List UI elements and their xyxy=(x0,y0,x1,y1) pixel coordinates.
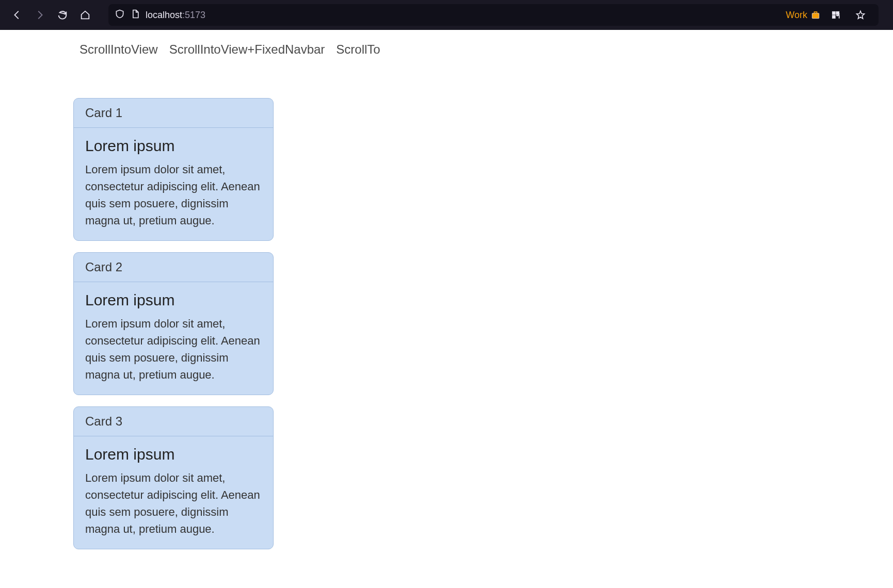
url-port: :5173 xyxy=(182,10,205,20)
arrow-left-icon xyxy=(11,9,23,21)
page-nav: ScrollIntoView ScrollIntoView+FixedNavba… xyxy=(0,30,893,61)
nav-link-scrollintoview[interactable]: ScrollIntoView xyxy=(79,42,158,57)
card-header: Card 1 xyxy=(74,99,273,128)
page-icon xyxy=(130,9,140,21)
page-viewport[interactable]: ScrollIntoView ScrollIntoView+FixedNavba… xyxy=(0,30,893,588)
svg-rect-3 xyxy=(832,15,835,19)
card-title: Lorem ipsum xyxy=(85,291,262,309)
address-bar[interactable]: localhost:5173 Work xyxy=(108,4,879,26)
bookmark-button[interactable] xyxy=(851,5,870,25)
container-work-badge[interactable]: Work xyxy=(786,10,821,21)
back-button[interactable] xyxy=(7,5,27,25)
home-icon xyxy=(79,9,91,21)
grid-view-button[interactable] xyxy=(826,5,846,25)
svg-rect-1 xyxy=(832,11,835,14)
card-body: Lorem ipsum Lorem ipsum dolor sit amet, … xyxy=(74,128,273,240)
card-header: Card 3 xyxy=(74,407,273,436)
grid-icon xyxy=(831,10,841,20)
svg-rect-0 xyxy=(812,13,819,19)
url-text: localhost:5173 xyxy=(146,10,205,21)
card: Card 2 Lorem ipsum Lorem ipsum dolor sit… xyxy=(73,252,274,395)
nav-link-scrollto[interactable]: ScrollTo xyxy=(336,42,380,57)
card: Card 3 Lorem ipsum Lorem ipsum dolor sit… xyxy=(73,406,274,549)
shield-icon[interactable] xyxy=(115,9,125,21)
nav-link-scrollintoview-fixednavbar[interactable]: ScrollIntoView+FixedNavbar xyxy=(169,42,325,57)
work-label: Work xyxy=(786,10,807,21)
card-body: Lorem ipsum Lorem ipsum dolor sit amet, … xyxy=(74,282,273,395)
card-body: Lorem ipsum Lorem ipsum dolor sit amet, … xyxy=(74,436,273,549)
url-host: localhost xyxy=(146,10,182,20)
card-text: Lorem ipsum dolor sit amet, consectetur … xyxy=(85,469,262,537)
browser-toolbar: localhost:5173 Work xyxy=(0,0,893,30)
card-list: Card 1 Lorem ipsum Lorem ipsum dolor sit… xyxy=(0,61,274,549)
briefcase-icon xyxy=(810,10,821,20)
arrow-right-icon xyxy=(34,9,45,21)
card-text: Lorem ipsum dolor sit amet, consectetur … xyxy=(85,161,262,229)
forward-button[interactable] xyxy=(30,5,50,25)
reload-button[interactable] xyxy=(53,5,72,25)
card-title: Lorem ipsum xyxy=(85,446,262,463)
reload-icon xyxy=(57,9,68,21)
star-icon xyxy=(855,10,866,20)
card-title: Lorem ipsum xyxy=(85,137,262,155)
home-button[interactable] xyxy=(75,5,95,25)
card: Card 1 Lorem ipsum Lorem ipsum dolor sit… xyxy=(73,98,274,241)
card-header: Card 2 xyxy=(74,253,273,282)
card-text: Lorem ipsum dolor sit amet, consectetur … xyxy=(85,315,262,383)
